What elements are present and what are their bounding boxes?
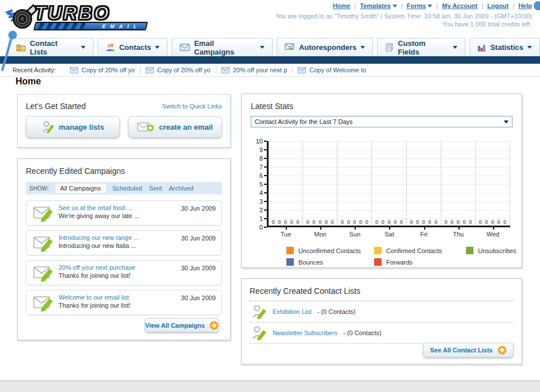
header-link-forms[interactable]: Forms [407, 2, 433, 9]
campaign-subtitle: Thanks for joining our list! [59, 302, 217, 309]
arrow-right-icon [209, 321, 219, 330]
header-link-logout[interactable]: Logout [487, 2, 508, 9]
contact-list-items: Exhibition List - (0 Contacts) Newslette… [250, 301, 514, 344]
campaign-envelope-edit-icon [33, 235, 55, 252]
see-all-contact-lists-button[interactable]: See All Contact Lists [423, 343, 514, 358]
chevron-down-icon [260, 46, 265, 49]
tab-contacts[interactable]: Contacts [98, 38, 168, 56]
latest-stats-panel: Latest Stats Contact Activity for the La… [241, 94, 522, 268]
contact-list-count: - (0 Contacts) [343, 329, 382, 336]
get-started-title: Let's Get Started [26, 102, 86, 111]
header-link-my-account[interactable]: My Account [442, 2, 477, 9]
chevron-down-icon [393, 5, 397, 7]
tab-email-campaigns[interactable]: Email Campaigns [172, 38, 273, 56]
tab-contact-lists[interactable]: Contact Lists [8, 38, 94, 56]
legend-swatch [374, 258, 382, 266]
contacts-icon [106, 43, 115, 52]
tab-autoresponders[interactable]: Autoresponders [277, 38, 373, 56]
recently-created-contact-lists-panel: Recently Created Contact Lists Exhibitio… [241, 278, 522, 364]
campaign-list-item[interactable]: Introducing our new range ... Introducin… [26, 230, 222, 255]
manage-lists-button[interactable]: manage lists [26, 116, 120, 138]
campaign-date: 30 Jun 2009 [181, 294, 216, 301]
envelope-icon [298, 67, 306, 73]
recent-activity-bar: Recent Activity: Copy of 20% off yo [0, 64, 540, 77]
contact-list-count: - (0 Contacts) [317, 308, 356, 315]
main-page: TURBO EMAIL Home Templates Forms My Acco… [0, 0, 540, 381]
header-link-help[interactable]: Help [518, 2, 532, 9]
contact-list-item[interactable]: Newsletter Subscribers - (0 Contacts) [250, 323, 514, 344]
tab-custom-fields[interactable]: Custom Fields [377, 38, 465, 56]
legend-item: Confirmed Contacts [374, 247, 466, 254]
filter-scheduled[interactable]: Scheduled [112, 185, 142, 192]
arrow-right-icon [498, 346, 507, 355]
campaign-list-item[interactable]: See us at the retail food ... We're givi… [26, 200, 222, 226]
campaign-list-item[interactable]: Welcome to our email list Thanks for joi… [26, 290, 222, 315]
view-all-campaigns-button[interactable]: View All Campaigns [145, 318, 219, 332]
campaign-envelope-edit-icon [33, 205, 55, 222]
page-title: Home [15, 76, 41, 87]
turbo-email-logo[interactable]: TURBO EMAIL [5, 2, 148, 33]
campaign-subtitle: We're giving away our late ... [59, 212, 217, 219]
contact-lists-icon [16, 43, 26, 52]
chevron-down-icon [453, 46, 457, 49]
header-link-templates[interactable]: Templates [360, 2, 397, 9]
campaign-envelope-edit-icon [33, 265, 55, 282]
credits-status-text: You have 1,000 total credits left. [442, 21, 532, 28]
chevron-down-icon [155, 46, 160, 49]
chevron-down-icon [360, 46, 365, 49]
contact-list-name-link[interactable]: Exhibition List [273, 308, 312, 315]
custom-fields-icon [385, 43, 394, 52]
filter-archived[interactable]: Archived [169, 185, 193, 192]
contact-activity-chart: 109876543210 000000000000000000000000000… [251, 141, 510, 227]
create-an-email-button[interactable]: create an email [128, 116, 222, 138]
main-nav: Contact Lists Contacts Email Campaigns A… [8, 38, 540, 56]
contact-list-name-link[interactable]: Newsletter Subscribers [273, 329, 337, 336]
contact-list-item[interactable]: Exhibition List - (0 Contacts) [250, 301, 514, 323]
legend-swatch [466, 247, 473, 254]
filter-sent[interactable]: Sent [149, 185, 162, 192]
recent-activity-items: Copy of 20% off yo Copy of 20% off yo [65, 67, 371, 73]
logo-email-bar: EMAIL [33, 22, 148, 30]
campaigns-panel-title: Recently Edited Campaigns [26, 166, 125, 176]
recently-edited-campaigns-panel: Recently Edited Campaigns SHOW: All Camp… [17, 158, 231, 340]
stats-report-select[interactable]: Contact Activity for the Last 7 Days [251, 116, 512, 127]
legend-item: Bounces [286, 258, 374, 266]
chevron-down-icon [504, 121, 508, 123]
recent-activity-item[interactable]: Copy of 20% off yo [65, 67, 141, 73]
stats-panel-title: Latest Stats [251, 102, 293, 111]
recent-activity-item[interactable]: Copy of Welcome to [293, 67, 371, 73]
chevron-down-icon [527, 46, 532, 49]
recent-activity-item[interactable]: Copy of 20% off yo [141, 67, 216, 73]
campaign-subtitle: Introducing our new Italia ... [59, 242, 217, 249]
legend-item: Unconfirmed Contacts [286, 247, 374, 254]
chart-plot: 00000000000000000000000000000000000 [267, 141, 510, 227]
envelope-icon [146, 67, 154, 73]
chart-legend: Unconfirmed Contacts Confirmed Contacts … [286, 247, 512, 266]
campaign-subtitle: Thanks for joining our list! [59, 272, 217, 279]
campaign-date: 30 Jun 2009 [181, 265, 216, 271]
autoresponders-icon [285, 43, 295, 52]
campaign-envelope-edit-icon [33, 294, 55, 312]
filter-all-campaigns[interactable]: All Campaigns [56, 184, 106, 193]
recent-activity-label: Recent Activity: [13, 67, 56, 73]
campaign-list: See us at the retail food ... We're givi… [26, 200, 222, 315]
chart-y-axis: 109876543210 [251, 141, 267, 227]
footer-strip [0, 382, 540, 392]
envelope-icon [222, 67, 230, 73]
logo-stripes [35, 23, 86, 29]
recent-activity-item[interactable]: 20% off your next p [216, 67, 293, 73]
chevron-down-icon [428, 5, 432, 7]
chevron-down-icon [81, 46, 86, 49]
login-status-text: You are logged in as "Timothy Smith" | S… [275, 13, 532, 20]
contact-list-edit-icon [252, 304, 267, 319]
create-email-icon [137, 121, 154, 133]
header-link-home[interactable]: Home [333, 2, 351, 9]
contact-list-edit-icon [252, 325, 267, 340]
turbine-icon [5, 2, 38, 31]
logo-turbo-text: TURBO [34, 2, 147, 24]
switch-to-quick-links[interactable]: Switch to Quick Links [162, 103, 222, 110]
legend-swatch [286, 247, 294, 254]
legend-item: Unsubscribes [466, 247, 516, 254]
tab-statistics[interactable]: Statistics [469, 38, 540, 56]
campaign-list-item[interactable]: 20% off your next purchase Thanks for jo… [26, 260, 222, 285]
